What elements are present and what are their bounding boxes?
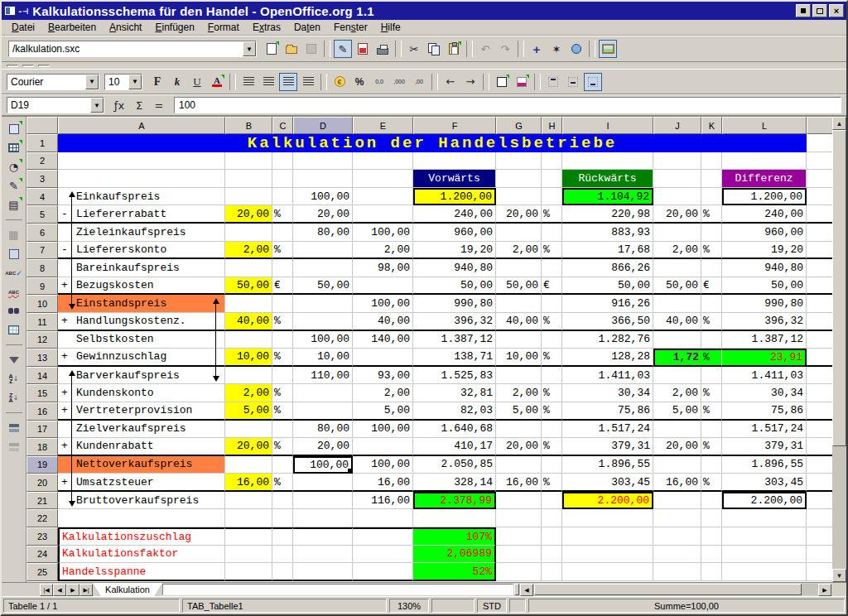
cell-B9[interactable]: 50,00 bbox=[225, 277, 272, 296]
cell-K11[interactable]: % bbox=[701, 313, 722, 331]
cell-J11[interactable]: 40,00 bbox=[653, 313, 701, 331]
scroll-up-icon[interactable]: ▲ bbox=[832, 117, 846, 130]
cell-F17[interactable]: 1.640,68 bbox=[413, 421, 496, 439]
cell-B13[interactable]: 10,00 bbox=[225, 349, 272, 367]
cell-G20[interactable]: 16,00 bbox=[496, 474, 542, 492]
cell-A16[interactable]: +Vertreterprovision bbox=[58, 402, 225, 421]
cell-F18[interactable]: 410,17 bbox=[413, 438, 496, 456]
cell-H22[interactable] bbox=[542, 509, 562, 527]
column-header-H[interactable]: H bbox=[542, 117, 562, 134]
cell-H17[interactable] bbox=[542, 421, 562, 439]
align-top-icon[interactable] bbox=[544, 73, 562, 91]
cell-D25[interactable] bbox=[293, 563, 353, 581]
cell-H12[interactable] bbox=[542, 331, 562, 349]
cell-B11[interactable]: 40,00 bbox=[225, 313, 272, 331]
cell-G6[interactable] bbox=[496, 224, 542, 242]
export-pdf-icon[interactable] bbox=[354, 40, 372, 58]
cell-K2[interactable] bbox=[701, 152, 722, 171]
cell-F7[interactable]: 19,20 bbox=[413, 242, 496, 260]
cell-E4[interactable] bbox=[353, 188, 413, 206]
cell-D13[interactable]: 10,00 bbox=[293, 349, 353, 367]
minimize-button[interactable] bbox=[796, 4, 811, 17]
cell-L5[interactable]: 240,00 bbox=[722, 205, 807, 224]
cell-D17[interactable]: 80,00 bbox=[293, 421, 353, 439]
cell-F12[interactable]: 1.387,12 bbox=[413, 331, 496, 349]
cell-C4[interactable] bbox=[272, 188, 293, 206]
cell-B17[interactable] bbox=[225, 421, 272, 439]
cell-J2[interactable] bbox=[653, 152, 701, 171]
cell-D19[interactable]: 100,00 bbox=[293, 456, 353, 474]
row-header-22[interactable]: 22 bbox=[26, 509, 58, 527]
cell-G23[interactable] bbox=[496, 527, 542, 546]
menu-item-einf-gen[interactable]: Einfügen bbox=[148, 21, 200, 34]
cell-F20[interactable]: 328,14 bbox=[413, 474, 496, 492]
cell-D4[interactable]: 100,00 bbox=[293, 188, 353, 206]
window-pin-icon[interactable]: -⊣ bbox=[17, 6, 28, 17]
cell-K23[interactable] bbox=[701, 527, 722, 546]
cell-I21[interactable]: 2.200,00 bbox=[562, 492, 653, 510]
font-size-dropdown-icon[interactable]: ▼ bbox=[128, 75, 142, 89]
row-header-13[interactable]: 13 bbox=[26, 349, 58, 367]
cell-J5[interactable]: 20,00 bbox=[653, 205, 701, 224]
cell-K14[interactable] bbox=[701, 367, 722, 385]
cell-C13[interactable]: % bbox=[272, 349, 293, 367]
cell-F10[interactable]: 990,80 bbox=[413, 295, 496, 313]
cell-L17[interactable]: 1.517,24 bbox=[722, 421, 807, 439]
menu-item-fenster[interactable]: Fenster bbox=[327, 21, 374, 34]
cell-F23[interactable]: 107% bbox=[413, 527, 496, 546]
row-header-4[interactable]: 4 bbox=[26, 188, 58, 206]
menu-item-format[interactable]: Format bbox=[201, 21, 246, 34]
cell-A5[interactable]: -Liefererrabatt bbox=[58, 205, 225, 224]
cell-D10[interactable] bbox=[293, 295, 353, 313]
cell-G16[interactable]: 5,00 bbox=[496, 402, 542, 421]
cell-E13[interactable] bbox=[353, 349, 413, 367]
cell-B7[interactable]: 2,00 bbox=[225, 242, 272, 260]
cell-I2[interactable] bbox=[562, 152, 653, 171]
vertical-scrollbar[interactable]: ▲ ▼ bbox=[832, 117, 846, 582]
cell-K25[interactable] bbox=[701, 563, 722, 581]
delete-decimal-icon[interactable]: ,00 bbox=[410, 73, 428, 91]
row-header-17[interactable]: 17 bbox=[26, 421, 58, 439]
font-name-dropdown-icon[interactable]: ▼ bbox=[85, 75, 99, 89]
cell-B2[interactable] bbox=[225, 152, 272, 171]
status-sheet-position[interactable]: Tabelle 1 / 1 bbox=[3, 599, 180, 613]
cell-H16[interactable]: % bbox=[542, 402, 562, 421]
cell-D22[interactable] bbox=[293, 509, 353, 527]
cell-C21[interactable] bbox=[272, 492, 293, 510]
cell-J20[interactable]: 16,00 bbox=[653, 474, 701, 492]
cell-B6[interactable] bbox=[225, 224, 272, 242]
cell-C23[interactable] bbox=[272, 527, 293, 546]
cell-G7[interactable]: 2,00 bbox=[496, 242, 542, 260]
cell-I3[interactable]: Rückwärts bbox=[562, 170, 653, 188]
cell-G18[interactable]: 20,00 bbox=[496, 438, 542, 456]
column-header-B[interactable]: B bbox=[225, 117, 272, 134]
cell-F22[interactable] bbox=[413, 509, 496, 527]
datasources-icon[interactable] bbox=[4, 320, 24, 339]
cell-I4[interactable]: 1.104,92 bbox=[562, 188, 653, 206]
cell-J14[interactable] bbox=[653, 367, 701, 385]
cell-A19[interactable]: Nettoverkaufspreis bbox=[58, 456, 225, 474]
cell-K15[interactable]: % bbox=[701, 384, 722, 402]
cell-C6[interactable] bbox=[272, 224, 293, 242]
cell-E22[interactable] bbox=[353, 509, 413, 527]
cell-B24[interactable] bbox=[225, 546, 272, 564]
row-header-10[interactable]: 10 bbox=[26, 295, 58, 313]
next-sheet-button[interactable]: ▶ bbox=[66, 584, 80, 596]
cell-B20[interactable]: 16,00 bbox=[225, 474, 272, 492]
cell-G3[interactable] bbox=[496, 170, 542, 188]
cell-A3[interactable] bbox=[58, 170, 225, 188]
name-box[interactable]: D19 ▼ bbox=[7, 97, 104, 113]
cell-E8[interactable]: 98,00 bbox=[353, 259, 413, 277]
cell-B3[interactable] bbox=[225, 170, 272, 188]
decrease-indent-icon[interactable]: ← bbox=[441, 73, 460, 91]
align-center-icon[interactable] bbox=[259, 73, 277, 91]
navigator-icon[interactable]: + bbox=[528, 40, 546, 58]
cell-D15[interactable] bbox=[293, 384, 353, 402]
insert-cells-icon[interactable] bbox=[4, 138, 24, 157]
row-header-25[interactable]: 25 bbox=[26, 563, 58, 581]
cell-G9[interactable]: 50,00 bbox=[496, 277, 542, 296]
cell-B23[interactable] bbox=[225, 527, 272, 546]
row-header-11[interactable]: 11 bbox=[26, 313, 58, 331]
cell-A18[interactable]: +Kundenrabatt bbox=[58, 438, 225, 456]
cell-F16[interactable]: 82,03 bbox=[413, 402, 496, 421]
